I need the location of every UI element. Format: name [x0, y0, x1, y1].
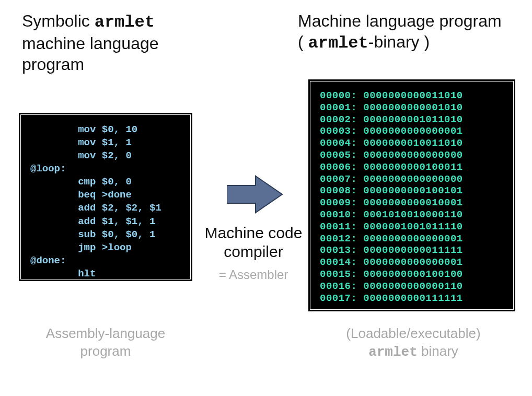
heading-right-line1: Machine language program [298, 10, 523, 31]
compiler-label: Machine code compiler [193, 224, 314, 261]
caption-left-line1: Assembly-language [22, 325, 189, 343]
svg-marker-0 [227, 176, 282, 213]
heading-right-code: armlet [308, 33, 368, 53]
binary-code-box: 00000: 0000000000011010 00001: 000000000… [311, 83, 512, 308]
assembler-sublabel: = Assembler [193, 267, 314, 282]
caption-left-line2: program [22, 343, 189, 360]
caption-left: Assembly-language program [22, 325, 189, 360]
caption-right: (Loadable/executable) armlet binary [311, 325, 515, 362]
heading-right-paren-open: ( [298, 32, 308, 51]
caption-right-line2: armlet binary [311, 343, 515, 362]
caption-right-post: binary [418, 343, 458, 359]
heading-left-pre: Symbolic [22, 11, 95, 30]
heading-left-post: machine language program [22, 34, 159, 74]
heading-right: Machine language program ( armlet-binary… [298, 10, 523, 54]
caption-right-line1: (Loadable/executable) [311, 325, 515, 343]
heading-left-code: armlet [95, 13, 155, 32]
arrow-icon [227, 174, 284, 215]
heading-right-paren-close: -binary ) [368, 32, 430, 51]
caption-right-code: armlet [368, 344, 418, 360]
heading-left: Symbolic armlet machine language program [22, 10, 189, 75]
compiler-label-line1: Machine code [193, 224, 314, 242]
compiler-label-line2: compiler [193, 242, 314, 261]
heading-right-line2: ( armlet-binary ) [298, 31, 523, 54]
assembly-code-box: mov $0, 10 mov $1, 1 mov $2, 0 @loop: cm… [22, 116, 189, 278]
